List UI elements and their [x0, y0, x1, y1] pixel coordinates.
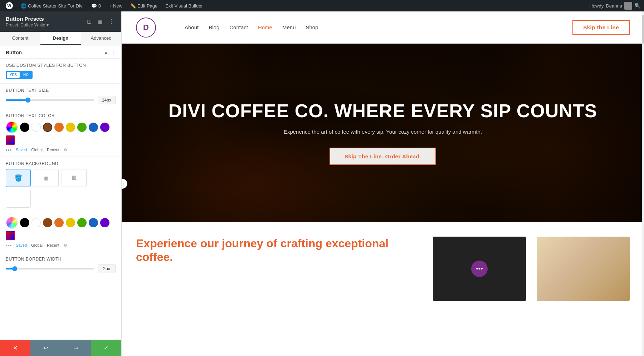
edit-page-item[interactable]: ✏️ Edit Page [128, 0, 160, 11]
search-icon[interactable]: 🔍 [634, 3, 640, 9]
nav-home[interactable]: Home [258, 24, 272, 30]
site-title-item[interactable]: 🌐 Coffee Starter Site For Divi [19, 0, 86, 11]
site-nav: D About Blog Contact Home Menu Shop Skip… [122, 11, 644, 44]
bg-color-settings-icon[interactable]: ⚙ [64, 243, 67, 248]
edit-page-label: Edit Page [137, 3, 157, 9]
gradient-icon: ▣ [44, 175, 49, 181]
hero-cta-button[interactable]: Skip The Line. Order Ahead. [330, 148, 436, 165]
border-slider-thumb[interactable] [12, 266, 17, 271]
panel-preset[interactable]: Preset: Coffee White ▾ [6, 23, 49, 28]
tab-content[interactable]: Content [0, 32, 40, 45]
bg-color-tag-global[interactable]: Global [31, 243, 43, 248]
border-width-value[interactable]: 2px [98, 264, 116, 273]
below-text: Experience our journey of crafting excep… [136, 237, 422, 301]
color-swatch-blue[interactable] [89, 123, 98, 132]
nav-contact[interactable]: Contact [229, 24, 248, 30]
bg-color-tag-saved[interactable]: Saved [16, 243, 27, 248]
nav-about[interactable]: About [185, 24, 199, 30]
bg-swatch-green[interactable] [77, 218, 87, 227]
new-item[interactable]: + New [107, 0, 125, 11]
color-swatch-custom[interactable] [6, 135, 15, 145]
exit-builder-item[interactable]: Exit Visual Builder [163, 0, 205, 11]
tab-design[interactable]: Design [40, 32, 81, 45]
admin-bar: W 🌐 Coffee Starter Site For Divi 💬 0 + N… [0, 0, 644, 11]
color-swatch-green[interactable] [77, 123, 87, 132]
scrollbar-thumb[interactable] [642, 15, 644, 44]
site-logo[interactable]: D [136, 18, 156, 38]
redo-button[interactable]: ↪ [61, 340, 91, 356]
nav-links: About Blog Contact Home Menu Shop [185, 24, 572, 30]
color-tag-saved[interactable]: Saved [16, 148, 27, 152]
color-swatch-purple[interactable] [100, 123, 109, 132]
custom-styles-control: Use Custom Styles For Button YES NO [0, 59, 121, 84]
nav-cta-button[interactable]: Skip the Line [572, 20, 630, 35]
fill-icon: 🪣 [14, 174, 22, 182]
save-button[interactable]: ✓ [91, 340, 121, 356]
color-picker-wheel[interactable] [6, 121, 18, 133]
button-section-title: Button [6, 50, 22, 55]
text-size-slider-fill [6, 99, 28, 101]
section-more-icon[interactable]: ⋮ [111, 50, 116, 55]
color-tags: Saved Global Recent ⚙ [6, 148, 116, 152]
panel-content: Button ▲ ⋮ Use Custom Styles For Button … [0, 45, 121, 340]
bg-color-dots [6, 243, 11, 248]
bg-swatch-blue[interactable] [89, 218, 98, 227]
bg-swatch-yellow[interactable] [66, 218, 75, 227]
bg-swatch-purple[interactable] [100, 218, 109, 227]
color-swatch-orange[interactable] [54, 123, 64, 132]
bg-color-swatches [6, 217, 116, 240]
wp-logo-text: W [7, 3, 11, 8]
text-size-slider-thumb[interactable] [25, 98, 30, 103]
nav-menu[interactable]: Menu [282, 24, 296, 30]
color-dots [6, 148, 11, 152]
play-button[interactable]: ••• [471, 261, 488, 277]
text-size-value[interactable]: 14px [98, 96, 116, 104]
color-swatch-black[interactable] [20, 123, 29, 132]
bg-color-tags: Saved Global Recent ⚙ [6, 243, 116, 248]
tab-advanced[interactable]: Advanced [81, 32, 121, 45]
bg-image-option[interactable]: 🖼 [62, 169, 87, 187]
bg-swatch-black[interactable] [20, 218, 29, 227]
color-tag-global[interactable]: Global [31, 148, 43, 152]
color-swatch-brown[interactable] [43, 123, 52, 132]
bg-color-option[interactable]: 🪣 [6, 169, 31, 187]
border-slider-track[interactable] [6, 268, 94, 270]
nav-shop[interactable]: Shop [306, 24, 318, 30]
layout-icon[interactable]: ▦ [96, 18, 104, 26]
custom-styles-toggle[interactable]: YES NO [6, 71, 33, 79]
nav-blog[interactable]: Blog [209, 24, 219, 30]
pencil-icon: ✏️ [130, 3, 136, 9]
collapse-icon[interactable]: ▲ [103, 50, 108, 55]
color-settings-icon[interactable]: ⚙ [64, 148, 67, 152]
scrollbar[interactable] [642, 11, 644, 356]
toggle-container: YES NO [6, 71, 116, 79]
fullscreen-icon[interactable]: ⊡ [86, 18, 93, 26]
bg-swatch-white[interactable] [31, 218, 41, 227]
wp-logo-item[interactable]: W [4, 0, 15, 11]
bg-swatch-brown[interactable] [43, 218, 52, 227]
more-options-icon[interactable]: ⋮ [107, 18, 116, 26]
user-avatar[interactable] [624, 2, 632, 10]
coffee-video-thumbnail[interactable]: ••• [433, 237, 526, 301]
hero-subtitle: Experience the art of coffee with every … [169, 129, 597, 135]
admin-bar-right: Howdy, Deanna 🔍 [589, 2, 640, 10]
bg-color-picker-wheel[interactable] [6, 217, 18, 229]
bg-swatch-orange[interactable] [54, 218, 64, 227]
text-color-control: Button Text Color [0, 109, 121, 157]
bg-color-preview[interactable] [6, 190, 31, 208]
cancel-button[interactable]: ✕ [0, 340, 30, 356]
logo-letter: D [143, 23, 149, 32]
panel-tabs: Content Design Advanced [0, 32, 121, 45]
color-swatch-yellow[interactable] [66, 123, 75, 132]
text-size-slider-track[interactable] [6, 99, 94, 101]
bg-swatch-custom[interactable] [6, 231, 15, 240]
below-hero-section: Experience our journey of crafting excep… [122, 222, 644, 315]
bg-color-tag-recent[interactable]: Recent [47, 243, 59, 248]
comments-item[interactable]: 💬 0 [89, 0, 103, 11]
color-tag-recent[interactable]: Recent [47, 148, 59, 152]
color-swatch-white[interactable] [31, 123, 41, 132]
bg-color-control: Saved Global Recent ⚙ [0, 212, 121, 252]
bg-gradient-option[interactable]: ▣ [34, 169, 59, 187]
toggle-yes: YES [7, 72, 20, 78]
undo-button[interactable]: ↩ [30, 340, 61, 356]
